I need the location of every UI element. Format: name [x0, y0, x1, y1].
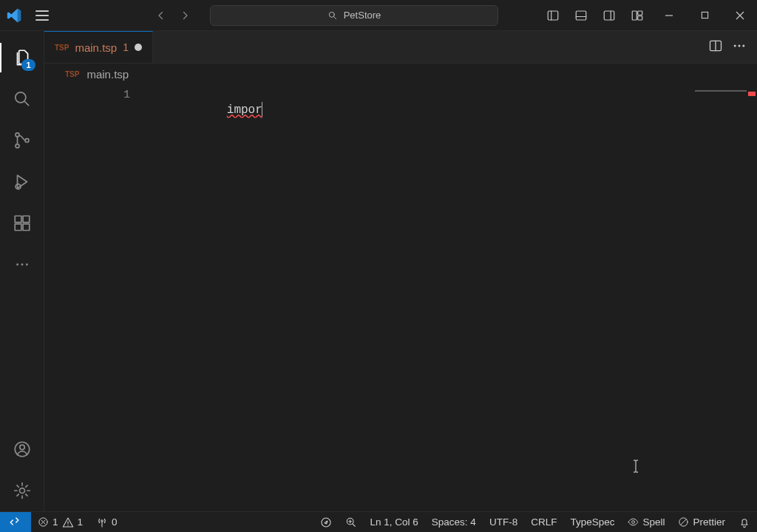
window-minimize-button[interactable]: [652, 2, 686, 29]
status-encoding[interactable]: UTF-8: [483, 512, 524, 532]
nav-back-button[interactable]: [151, 5, 172, 26]
editor-body[interactable]: 1 impor: [44, 86, 757, 511]
status-problems-button[interactable]: 1 1: [31, 512, 89, 532]
ellipsis-icon: [732, 38, 747, 53]
status-eol[interactable]: CRLF: [524, 512, 563, 532]
activity-explorer[interactable]: 1: [0, 37, 44, 78]
status-spell-button[interactable]: Spell: [621, 512, 671, 532]
svg-rect-7: [702, 12, 707, 18]
editor-tabs: TSP main.tsp 1: [44, 31, 757, 64]
window-close-button[interactable]: [723, 2, 757, 29]
activity-extensions[interactable]: [0, 202, 44, 244]
status-notifications-button[interactable]: [732, 512, 757, 532]
gear-icon: [13, 481, 32, 500]
svg-point-26: [742, 45, 744, 47]
error-icon: [38, 516, 49, 528]
activity-run-debug[interactable]: [0, 161, 44, 202]
status-warning-count: 1: [78, 516, 84, 528]
eye-icon: [628, 516, 639, 528]
cancel-icon: [678, 516, 689, 528]
tab-filename: main.tsp: [75, 41, 117, 54]
code-content[interactable]: impor: [170, 89, 742, 130]
source-control-icon: [13, 131, 32, 150]
status-ports-button[interactable]: 0: [89, 512, 124, 532]
toggle-primary-sidebar-button[interactable]: [540, 2, 566, 29]
search-icon: [13, 89, 32, 109]
customize-layout-button[interactable]: [624, 2, 651, 29]
typespec-file-icon: TSP: [65, 70, 79, 78]
window-maximize-button[interactable]: [688, 2, 722, 29]
account-icon: [13, 440, 32, 459]
status-prettier-button[interactable]: Prettier: [671, 512, 732, 532]
editor-group: TSP main.tsp 1 TSP main.tsp 1: [44, 31, 757, 511]
editor-more-actions-button[interactable]: [732, 38, 747, 55]
toggle-secondary-sidebar-button[interactable]: [596, 2, 622, 29]
svg-point-17: [16, 264, 18, 266]
activity-more[interactable]: [0, 244, 44, 285]
explorer-badge: 1: [21, 59, 35, 71]
svg-point-18: [21, 264, 23, 266]
radio-tower-icon: [96, 516, 108, 528]
svg-rect-3: [604, 11, 614, 20]
svg-rect-2: [576, 11, 586, 20]
bell-icon: [739, 516, 750, 528]
tab-dirty-indicator-icon: [135, 44, 142, 51]
svg-point-21: [19, 445, 24, 450]
activity-bar: 1: [0, 31, 44, 511]
svg-rect-5: [638, 11, 642, 15]
svg-point-19: [25, 264, 27, 266]
breadcrumb[interactable]: TSP main.tsp: [44, 64, 757, 86]
status-compass-button[interactable]: [313, 512, 339, 532]
search-icon: [327, 10, 338, 21]
svg-rect-15: [23, 224, 30, 231]
tab-main-tsp[interactable]: TSP main.tsp 1: [44, 31, 153, 63]
status-remote-button[interactable]: [0, 512, 31, 532]
debug-icon: [13, 172, 32, 191]
svg-point-22: [19, 488, 24, 494]
code-token-error: impor: [227, 103, 262, 117]
split-editor-button[interactable]: [708, 38, 723, 55]
overview-error-marker-icon: [748, 92, 756, 96]
activity-accounts[interactable]: [0, 429, 44, 470]
svg-rect-16: [23, 216, 30, 222]
status-error-count: 1: [52, 516, 58, 528]
nav-forward-button[interactable]: [174, 5, 195, 26]
activity-search[interactable]: [0, 78, 44, 120]
status-language-mode[interactable]: TypeSpec: [563, 512, 621, 532]
status-bar: 1 1 0 Ln 1, Col 6 Spaces: 4 UTF-8 CRLF T…: [0, 511, 757, 532]
svg-point-29: [322, 518, 330, 527]
menu-button[interactable]: [31, 6, 53, 25]
nav-arrows: [151, 5, 195, 26]
text-cursor-icon: [262, 102, 262, 117]
status-cursor-position[interactable]: Ln 1, Col 6: [364, 512, 425, 532]
svg-point-31: [632, 521, 635, 524]
remote-icon: [9, 516, 22, 529]
toggle-panel-button[interactable]: [568, 2, 594, 29]
typespec-file-icon: TSP: [55, 44, 69, 52]
svg-rect-6: [638, 16, 642, 19]
svg-point-25: [739, 45, 741, 47]
svg-rect-13: [15, 216, 21, 222]
svg-rect-4: [632, 11, 637, 20]
minimap[interactable]: [695, 90, 747, 92]
search-placeholder: PetStore: [344, 10, 381, 21]
line-number-gutter: 1: [44, 86, 148, 101]
status-ports-count: 0: [112, 516, 118, 528]
command-center-search[interactable]: PetStore: [210, 5, 498, 26]
workbench-body: 1 TSP main.tsp 1: [0, 31, 757, 511]
status-zoom-button[interactable]: [339, 512, 364, 532]
svg-point-0: [329, 12, 334, 17]
extensions-icon: [13, 214, 32, 233]
status-indentation[interactable]: Spaces: 4: [425, 512, 483, 532]
svg-rect-14: [15, 224, 21, 231]
warning-icon: [62, 516, 74, 528]
overview-ruler[interactable]: [747, 86, 757, 511]
compass-icon: [320, 516, 332, 528]
activity-source-control[interactable]: [0, 120, 44, 161]
zoom-icon: [345, 516, 357, 528]
activity-settings[interactable]: [0, 470, 44, 511]
ellipsis-icon: [14, 256, 30, 273]
breadcrumb-filename: main.tsp: [86, 68, 129, 81]
vscode-logo-icon: [6, 7, 22, 24]
tab-problems-count: 1: [123, 41, 129, 53]
